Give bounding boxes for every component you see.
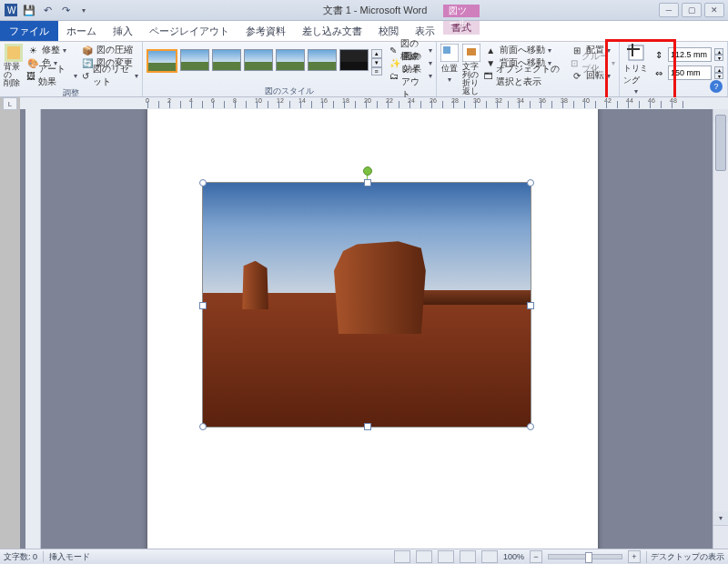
maximize-button[interactable]: ▢ <box>682 3 702 17</box>
border-icon: ✎ <box>389 44 399 56</box>
selected-picture[interactable] <box>202 182 531 428</box>
corrections-button[interactable]: ☀修整▾ <box>26 44 77 56</box>
crop-button[interactable]: トリミング▾ <box>623 44 649 96</box>
style-thumb-4[interactable] <box>244 49 273 71</box>
quick-access-toolbar: W 💾 ↶ ↷ ▾ <box>4 3 91 17</box>
corrections-icon: ☀ <box>26 44 39 56</box>
position-button[interactable]: 位置▾ <box>440 44 459 84</box>
picture-layout-button[interactable]: 🗂図のレイアウト▾ <box>389 69 433 82</box>
scroll-thumb[interactable] <box>715 115 726 171</box>
resize-handle-rm[interactable] <box>527 302 534 309</box>
ruler-toggle[interactable]: L <box>3 97 17 110</box>
save-icon[interactable]: 💾 <box>22 3 36 17</box>
vertical-scrollbar[interactable]: ▴ ▾ <box>713 109 728 549</box>
effects-icon: ✨ <box>389 56 400 69</box>
width-icon: ⇔ <box>652 66 665 79</box>
resize-handle-bl[interactable] <box>199 423 207 430</box>
svg-rect-3 <box>7 46 20 59</box>
height-icon: ⇕ <box>652 48 665 61</box>
remove-background-button[interactable]: 背景の 削除 <box>4 44 23 87</box>
resize-handle-tm[interactable] <box>364 179 371 186</box>
reset-icon: ↺ <box>81 69 90 82</box>
art-effects-button[interactable]: 🖼アート効果▾ <box>26 69 77 82</box>
rotation-handle[interactable] <box>363 166 372 176</box>
selection-pane-button[interactable]: 🗔オブジェクトの選択と表示 <box>484 69 567 82</box>
style-thumb-5[interactable] <box>276 49 305 71</box>
style-gallery[interactable]: ▴ ▾ ≡ <box>147 49 382 76</box>
remove-background-label: 背景の 削除 <box>4 63 23 87</box>
window-controls: ─ ▢ ✕ <box>659 3 724 17</box>
view-web-layout[interactable] <box>438 550 454 563</box>
height-input[interactable]: 112.5 mm <box>668 47 712 62</box>
redo-icon[interactable]: ↷ <box>58 3 73 17</box>
resize-handle-tr[interactable] <box>527 179 534 186</box>
scroll-down-button[interactable]: ▾ <box>713 511 728 524</box>
resize-handle-br[interactable] <box>527 423 534 430</box>
backward-icon: ▼ <box>484 56 497 69</box>
style-thumb-6[interactable] <box>308 49 337 71</box>
text-wrap-button[interactable]: 文字列の 折り返し▾ <box>462 44 480 105</box>
style-thumb-1[interactable] <box>147 49 177 73</box>
view-print-layout[interactable] <box>394 550 410 563</box>
view-draft[interactable] <box>481 550 498 563</box>
width-input[interactable]: 150 mm <box>668 65 712 80</box>
selection-icon: 🗔 <box>484 69 493 82</box>
tab-insert[interactable]: 挿入 <box>105 21 141 41</box>
compress-icon: 📦 <box>81 44 94 56</box>
zoom-out-button[interactable]: − <box>530 550 542 563</box>
tab-mailings[interactable]: 差し込み文書 <box>294 21 370 41</box>
browse-object-controls[interactable] <box>713 525 728 549</box>
minimize-button[interactable]: ─ <box>659 3 679 17</box>
zoom-in-button[interactable]: + <box>628 550 641 563</box>
zoom-slider[interactable] <box>548 554 622 559</box>
close-button[interactable]: ✕ <box>704 3 724 17</box>
group-icon: ⊡ <box>571 56 579 69</box>
width-spinner[interactable]: ▴▾ <box>714 66 723 79</box>
gallery-more-button[interactable]: ▴ ▾ ≡ <box>371 49 382 76</box>
vertical-ruler[interactable] <box>25 109 41 549</box>
document-workspace[interactable] <box>20 109 713 549</box>
picture-content <box>203 183 531 427</box>
ribbon: 背景の 削除 ☀修整▾ 🎨色▾ 🖼アート効果▾ 📦図の圧縮 🔄図の変更 ↺図のリ… <box>0 42 728 97</box>
bring-forward-button[interactable]: ▲前面へ移動▾ <box>484 44 567 56</box>
zoom-value[interactable]: 100% <box>503 552 524 561</box>
svg-text:W: W <box>7 5 16 15</box>
svg-rect-8 <box>629 45 643 60</box>
status-bar: 文字数: 0 挿入モード 100% − + デスクトップの表示 <box>0 549 728 564</box>
style-thumb-3[interactable] <box>212 49 241 71</box>
document-page[interactable] <box>147 109 598 549</box>
tab-file[interactable]: ファイル <box>0 21 58 41</box>
desktop-show[interactable]: デスクトップの表示 <box>646 551 724 563</box>
resize-handle-tl[interactable] <box>199 179 207 186</box>
tab-references[interactable]: 参考資料 <box>238 21 294 41</box>
layout-icon: 🗂 <box>389 69 399 82</box>
style-thumb-7[interactable] <box>339 49 369 71</box>
svg-rect-7 <box>467 48 476 55</box>
window-title: 文書 1 - Microsoft Word <box>91 4 659 17</box>
group-button: ⊡グループ化▾ <box>571 56 615 69</box>
word-app-icon[interactable]: W <box>4 3 18 17</box>
compress-button[interactable]: 📦図の圧縮 <box>81 44 138 56</box>
tab-page-layout[interactable]: ページレイアウト <box>141 21 238 41</box>
style-thumb-2[interactable] <box>180 49 209 71</box>
resize-handle-lm[interactable] <box>199 302 207 309</box>
tab-home[interactable]: ホーム <box>58 21 105 41</box>
help-button[interactable]: ? <box>710 80 723 93</box>
word-count[interactable]: 文字数: 0 <box>4 551 37 563</box>
zoom-slider-thumb[interactable] <box>585 552 592 563</box>
view-fullscreen-reading[interactable] <box>416 550 432 563</box>
width-field[interactable]: ⇔ 150 mm ▴▾ <box>652 65 723 80</box>
insert-mode[interactable]: 挿入モード <box>49 551 90 563</box>
qat-customize-icon[interactable]: ▾ <box>76 3 91 17</box>
group-arrange: 位置▾ 文字列の 折り返し▾ ▲前面へ移動▾ ▼背面へ移動▾ 🗔オブジェクトの選… <box>437 42 620 96</box>
height-spinner[interactable]: ▴▾ <box>714 48 723 61</box>
resize-handle-bm[interactable] <box>364 423 371 430</box>
view-outline[interactable] <box>460 550 476 563</box>
change-icon: 🔄 <box>81 56 94 69</box>
group-styles-label: 図のスタイル <box>147 86 433 96</box>
height-field[interactable]: ⇕ 112.5 mm ▴▾ <box>652 47 723 62</box>
context-tool-label: 図ツール <box>443 5 480 17</box>
undo-icon[interactable]: ↶ <box>40 3 55 17</box>
color-icon: 🎨 <box>26 56 39 69</box>
reset-picture-button[interactable]: ↺図のリセット▾ <box>81 69 138 82</box>
